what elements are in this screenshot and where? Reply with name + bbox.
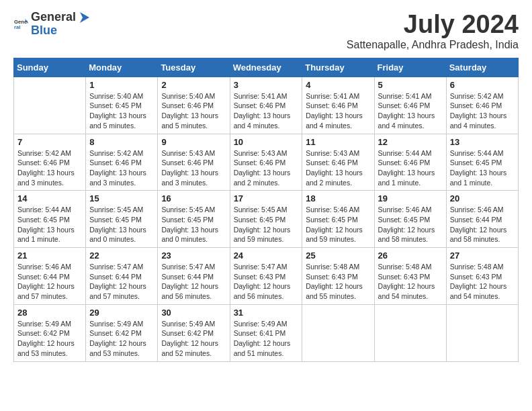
day-info-4: Sunrise: 5:41 AMSunset: 6:46 PMDaylight:… (306, 91, 370, 131)
svg-text:ral: ral (14, 24, 20, 30)
week-row-1: 1Sunrise: 5:40 AMSunset: 6:45 PMDaylight… (14, 77, 519, 134)
day-number-12: 12 (378, 137, 443, 147)
day-number-14: 14 (17, 193, 82, 203)
calendar-cell-3-2: 23Sunrise: 5:47 AMSunset: 6:44 PMDayligh… (158, 248, 230, 305)
calendar-header-row: SundayMondayTuesdayWednesdayThursdayFrid… (14, 58, 519, 77)
day-info-25: Sunrise: 5:48 AMSunset: 6:43 PMDaylight:… (306, 262, 370, 302)
calendar-cell-3-3: 24Sunrise: 5:47 AMSunset: 6:43 PMDayligh… (230, 248, 302, 305)
calendar-header: SundayMondayTuesdayWednesdayThursdayFrid… (14, 58, 519, 77)
header-day-tuesday: Tuesday (158, 58, 230, 77)
header-day-sunday: Sunday (14, 58, 86, 77)
day-number-25: 25 (306, 250, 370, 261)
calendar-cell-1-0: 7Sunrise: 5:42 AMSunset: 6:46 PMDaylight… (14, 134, 86, 191)
day-info-5: Sunrise: 5:41 AMSunset: 6:46 PMDaylight:… (378, 91, 443, 131)
calendar-cell-2-4: 18Sunrise: 5:46 AMSunset: 6:45 PMDayligh… (302, 191, 374, 248)
day-number-15: 15 (89, 193, 154, 203)
calendar-cell-0-2: 2Sunrise: 5:40 AMSunset: 6:46 PMDaylight… (158, 77, 230, 134)
day-info-28: Sunrise: 5:49 AMSunset: 6:42 PMDaylight:… (17, 319, 82, 359)
day-number-4: 4 (306, 80, 370, 90)
day-number-3: 3 (234, 80, 299, 90)
calendar-cell-4-0: 28Sunrise: 5:49 AMSunset: 6:42 PMDayligh… (14, 304, 86, 361)
day-number-8: 8 (89, 137, 154, 147)
calendar-cell-0-6: 6Sunrise: 5:42 AMSunset: 6:46 PMDaylight… (446, 77, 518, 134)
day-info-20: Sunrise: 5:46 AMSunset: 6:44 PMDaylight:… (450, 205, 515, 244)
header-day-monday: Monday (86, 58, 158, 77)
day-number-28: 28 (17, 308, 82, 318)
day-info-16: Sunrise: 5:45 AMSunset: 6:45 PMDaylight:… (161, 205, 226, 244)
day-info-26: Sunrise: 5:48 AMSunset: 6:43 PMDaylight:… (378, 262, 443, 302)
day-info-30: Sunrise: 5:49 AMSunset: 6:42 PMDaylight:… (161, 319, 226, 359)
location-title: Sattenapalle, Andhra Pradesh, India (347, 39, 519, 51)
calendar-cell-3-4: 25Sunrise: 5:48 AMSunset: 6:43 PMDayligh… (302, 248, 374, 305)
header-day-friday: Friday (374, 58, 446, 77)
logo: Gene ral General Blue (13, 11, 91, 38)
day-info-27: Sunrise: 5:48 AMSunset: 6:43 PMDaylight:… (450, 262, 515, 302)
day-number-5: 5 (378, 80, 443, 90)
header-day-thursday: Thursday (302, 58, 374, 77)
day-info-1: Sunrise: 5:40 AMSunset: 6:45 PMDaylight:… (89, 91, 154, 131)
calendar-cell-0-4: 4Sunrise: 5:41 AMSunset: 6:46 PMDaylight… (302, 77, 374, 134)
calendar-cell-3-6: 27Sunrise: 5:48 AMSunset: 6:43 PMDayligh… (446, 248, 518, 305)
day-info-6: Sunrise: 5:42 AMSunset: 6:46 PMDaylight:… (450, 91, 515, 131)
day-number-22: 22 (89, 250, 154, 261)
day-info-19: Sunrise: 5:46 AMSunset: 6:45 PMDaylight:… (378, 205, 443, 244)
day-number-27: 27 (450, 250, 515, 261)
day-info-22: Sunrise: 5:47 AMSunset: 6:44 PMDaylight:… (89, 262, 154, 302)
calendar-cell-2-5: 19Sunrise: 5:46 AMSunset: 6:45 PMDayligh… (374, 191, 446, 248)
calendar-cell-3-5: 26Sunrise: 5:48 AMSunset: 6:43 PMDayligh… (374, 248, 446, 305)
calendar-cell-2-1: 15Sunrise: 5:45 AMSunset: 6:45 PMDayligh… (86, 191, 158, 248)
calendar-cell-1-1: 8Sunrise: 5:42 AMSunset: 6:46 PMDaylight… (86, 134, 158, 191)
day-info-18: Sunrise: 5:46 AMSunset: 6:45 PMDaylight:… (306, 205, 370, 244)
calendar-cell-4-4 (302, 304, 374, 361)
calendar-cell-1-3: 10Sunrise: 5:43 AMSunset: 6:46 PMDayligh… (230, 134, 302, 191)
calendar-cell-1-5: 12Sunrise: 5:44 AMSunset: 6:46 PMDayligh… (374, 134, 446, 191)
header-day-saturday: Saturday (446, 58, 518, 77)
week-row-3: 14Sunrise: 5:44 AMSunset: 6:45 PMDayligh… (14, 191, 519, 248)
day-info-24: Sunrise: 5:47 AMSunset: 6:43 PMDaylight:… (234, 262, 299, 302)
calendar-cell-1-2: 9Sunrise: 5:43 AMSunset: 6:46 PMDaylight… (158, 134, 230, 191)
day-info-7: Sunrise: 5:42 AMSunset: 6:46 PMDaylight:… (17, 148, 82, 188)
calendar-cell-4-6 (446, 304, 518, 361)
logo-arrow-icon (77, 11, 91, 24)
calendar-cell-4-3: 31Sunrise: 5:49 AMSunset: 6:41 PMDayligh… (230, 304, 302, 361)
logo-text: General Blue (31, 11, 91, 38)
calendar-cell-3-0: 21Sunrise: 5:46 AMSunset: 6:44 PMDayligh… (14, 248, 86, 305)
calendar-cell-4-2: 30Sunrise: 5:49 AMSunset: 6:42 PMDayligh… (158, 304, 230, 361)
calendar-cell-2-0: 14Sunrise: 5:44 AMSunset: 6:45 PMDayligh… (14, 191, 86, 248)
day-number-2: 2 (161, 80, 226, 90)
day-number-11: 11 (306, 137, 370, 147)
calendar-body: 1Sunrise: 5:40 AMSunset: 6:45 PMDaylight… (14, 77, 519, 361)
day-info-8: Sunrise: 5:42 AMSunset: 6:46 PMDaylight:… (89, 148, 154, 188)
day-info-29: Sunrise: 5:49 AMSunset: 6:42 PMDaylight:… (89, 319, 154, 359)
day-info-3: Sunrise: 5:41 AMSunset: 6:46 PMDaylight:… (234, 91, 299, 131)
day-number-9: 9 (161, 137, 226, 147)
logo-icon: Gene ral (13, 17, 28, 32)
day-number-6: 6 (450, 80, 515, 90)
day-number-31: 31 (234, 308, 299, 318)
day-info-23: Sunrise: 5:47 AMSunset: 6:44 PMDaylight:… (161, 262, 226, 302)
calendar-cell-3-1: 22Sunrise: 5:47 AMSunset: 6:44 PMDayligh… (86, 248, 158, 305)
logo-blue: Blue (31, 24, 57, 37)
calendar-cell-0-3: 3Sunrise: 5:41 AMSunset: 6:46 PMDaylight… (230, 77, 302, 134)
week-row-5: 28Sunrise: 5:49 AMSunset: 6:42 PMDayligh… (14, 304, 519, 361)
day-info-13: Sunrise: 5:44 AMSunset: 6:45 PMDaylight:… (450, 148, 515, 188)
day-info-31: Sunrise: 5:49 AMSunset: 6:41 PMDaylight:… (234, 319, 299, 359)
day-info-15: Sunrise: 5:45 AMSunset: 6:45 PMDaylight:… (89, 205, 154, 244)
calendar-table: SundayMondayTuesdayWednesdayThursdayFrid… (13, 58, 519, 362)
day-info-2: Sunrise: 5:40 AMSunset: 6:46 PMDaylight:… (161, 91, 226, 131)
day-number-21: 21 (17, 250, 82, 261)
day-number-29: 29 (89, 308, 154, 318)
month-title: July 2024 (347, 11, 519, 39)
day-info-21: Sunrise: 5:46 AMSunset: 6:44 PMDaylight:… (17, 262, 82, 302)
calendar-cell-0-5: 5Sunrise: 5:41 AMSunset: 6:46 PMDaylight… (374, 77, 446, 134)
title-area: July 2024 Sattenapalle, Andhra Pradesh, … (347, 11, 519, 51)
day-number-17: 17 (234, 193, 299, 203)
day-number-26: 26 (378, 250, 443, 261)
day-number-19: 19 (378, 193, 443, 203)
svg-marker-4 (80, 12, 89, 23)
day-number-18: 18 (306, 193, 370, 203)
day-number-30: 30 (161, 308, 226, 318)
day-info-9: Sunrise: 5:43 AMSunset: 6:46 PMDaylight:… (161, 148, 226, 188)
calendar-cell-1-6: 13Sunrise: 5:44 AMSunset: 6:45 PMDayligh… (446, 134, 518, 191)
day-number-10: 10 (234, 137, 299, 147)
